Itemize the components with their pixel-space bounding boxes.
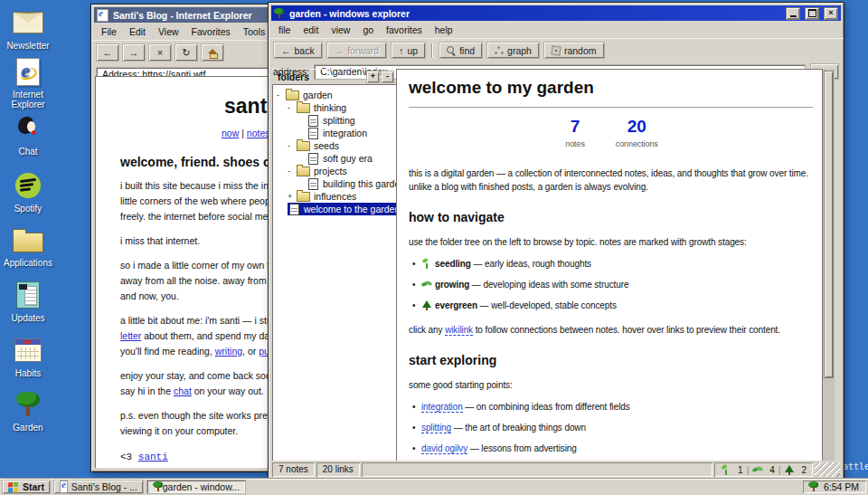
letter-link[interactable]: letter [120,330,141,341]
note-icon [289,204,299,215]
up-button[interactable]: ↑up [391,42,426,59]
menu-item-file[interactable]: File [95,25,123,38]
menu-item-edit[interactable]: edit [297,24,325,36]
envelope-icon [13,12,43,33]
collapse-toggle[interactable]: - [288,139,297,152]
desktop-icon-newsletter[interactable]: Newsletter [2,7,54,51]
start-exploring-heading: start exploring [409,353,815,367]
garden-titlebar[interactable]: garden - windows explorer × [271,5,841,21]
tree-item-label: garden [303,89,333,101]
chat-person-icon [14,116,42,141]
folders-panel: folders + - -garden -thinking splitting … [272,69,396,461]
status-notes-count: 7 notes [272,462,315,477]
random-button[interactable]: random [543,42,605,59]
forward-button[interactable]: → [122,43,146,62]
home-button[interactable] [201,43,224,62]
collapse-toggle[interactable]: - [288,101,297,114]
status-stage-counts: 1 | 4 | 2 [714,462,813,477]
resize-grip[interactable] [815,462,840,477]
desktop-icon-updates[interactable]: Updates [2,280,54,323]
desktop-icon-label: Spotify [2,204,54,214]
desktop-icon-internet-explorer[interactable]: e Internet Explorer [2,56,54,109]
expand-toggle[interactable]: + [288,190,297,203]
menu-item-favorites[interactable]: Favorites [185,25,237,38]
tree-item-integration[interactable]: integration [272,127,396,139]
splitting-link[interactable]: splitting [421,423,451,433]
desktop-icon-label: Newsletter [2,41,54,51]
notepad-icon [16,281,40,309]
collapse-all-button[interactable]: - [381,71,394,83]
tree-item-thinking[interactable]: -thinking [272,101,396,114]
tray-tree-icon[interactable] [808,481,819,492]
wikilink-paragraph: click any wikilink to follow connections… [409,323,815,337]
seedling-icon [721,465,731,475]
growing-icon [421,280,432,290]
stop-button[interactable]: × [148,43,172,62]
tree-item-soft-guy-era[interactable]: soft guy era [272,152,396,165]
menu-item-view[interactable]: view [325,24,356,36]
david-ogilvy-link[interactable]: david ogilvy [421,443,467,454]
tree-item-garden[interactable]: -garden [272,89,396,101]
tree-item-welcome-to-the-garden[interactable]: welcome to the garden [272,203,396,215]
maximize-button[interactable] [805,7,819,20]
expand-all-button[interactable]: + [366,71,380,83]
menu-item-view[interactable]: View [152,25,185,38]
forward-button[interactable]: →forward [326,42,388,59]
menu-item-favorites[interactable]: favorites [380,24,429,36]
explore-item-splitting: splitting — the art of breaking things d… [409,422,815,434]
desktop-icon-habits[interactable]: Habits [2,335,54,378]
scrollbar-thumb[interactable] [824,71,834,378]
nav-link-now[interactable]: now [222,128,239,138]
menu-item-tools[interactable]: Tools [237,25,272,38]
content-scrollbar[interactable] [822,69,835,461]
collapse-toggle[interactable]: - [288,165,297,177]
button-label: forward [347,45,379,56]
menu-item-help[interactable]: help [429,24,459,36]
how-to-navigate-heading: how to navigate [409,210,815,224]
desktop-icon-spotify[interactable]: Spotify [2,170,54,214]
desktop-icon-chat[interactable]: Chat [2,113,54,157]
explore-list: integration — on combining ideas from di… [409,401,815,455]
status-links-count: 20 links [316,462,360,477]
stage-desc: — well-developed, stable concepts [477,300,617,310]
desktop-icon-label: Habits [2,368,54,378]
graph-button[interactable]: graph [486,42,540,59]
paragraph-text: , or [242,346,259,357]
garden-stats: 7 notes 20 connections [409,117,815,148]
desktop-icon-garden[interactable]: Garden [2,389,54,433]
menu-item-go[interactable]: go [356,24,380,36]
paragraph-text: on your way out. [192,386,264,396]
folder-icon [286,90,299,100]
nav-link-notes[interactable]: notes [247,128,270,138]
folder-icon [297,192,310,202]
collapse-toggle[interactable]: - [277,89,286,101]
tree-item-influences[interactable]: +influences [272,190,396,203]
menu-item-edit[interactable]: Edit [123,25,152,38]
tree-item-seeds[interactable]: -seeds [272,139,396,152]
task-label: Santi's Blog - ... [71,481,137,492]
tree-item-label: thinking [314,101,346,114]
minimize-button[interactable] [786,7,800,20]
tree-item-building-this-garden[interactable]: building this garden [272,177,396,190]
back-button[interactable]: ← [96,43,119,62]
toolbar-separator [431,43,433,58]
ie-logo-icon [60,481,68,493]
close-button[interactable]: × [824,7,838,20]
start-button[interactable]: Start [2,480,51,494]
explore-desc: — lessons from advertising [467,443,577,453]
wikilink-link[interactable]: wikilink [445,325,473,336]
menu-item-file[interactable]: file [272,24,297,36]
writing-link[interactable]: writing [215,346,242,357]
tree-item-splitting[interactable]: splitting [272,114,396,127]
find-button[interactable]: find [439,42,483,59]
task-button-santis-blog[interactable]: Santi's Blog - ... [53,480,144,494]
santi-link[interactable]: santi [138,452,168,462]
desktop-icon-applications[interactable]: Applications [2,224,54,268]
task-button-garden[interactable]: garden - window... [146,480,246,494]
refresh-button[interactable]: ↻ [175,43,198,62]
back-button[interactable]: ←back [273,42,323,59]
integration-link[interactable]: integration [421,402,463,413]
chat-link[interactable]: chat [174,386,192,396]
system-tray: 6:54 PM [803,481,866,493]
tree-item-projects[interactable]: -projects [272,165,396,177]
